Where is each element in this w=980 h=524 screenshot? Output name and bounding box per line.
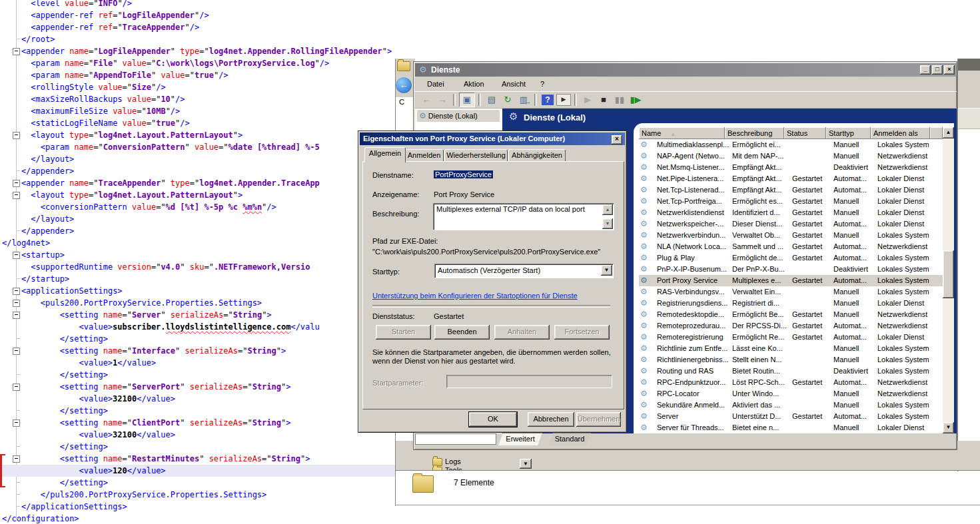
service-row[interactable]: ⚙Registrierungsdiens...Registriert di...… <box>639 298 943 309</box>
fortsetzen-button[interactable]: Fortsetzen <box>554 325 610 340</box>
fold-toggle-icon[interactable] <box>13 348 20 355</box>
cell: Automat... <box>833 321 876 331</box>
toolbar-back-icon[interactable]: ← <box>419 93 434 107</box>
dialog-close-button[interactable]: × <box>612 135 622 144</box>
toolbar-stop-service-icon[interactable]: ■ <box>596 93 611 107</box>
description-field[interactable]: Multiplexes external TCP/IP data on loca… <box>433 203 614 230</box>
tab-allgemein[interactable]: Allgemein <box>364 147 406 162</box>
column-header-starttyp[interactable]: Starttyp <box>826 127 871 139</box>
service-row[interactable]: ⚙RPC-Endpunktzuor...Löst RPC-Sch...Gesta… <box>639 377 943 388</box>
dialog-titlebar[interactable]: Eigenschaften von Port Proxy Service (Lo… <box>360 132 625 145</box>
service-row[interactable]: ⚙Sekundäre Anmeld...Aktiviert das ...Man… <box>639 399 943 411</box>
service-row[interactable]: ⚙ServerUnterstützt D...GestartetAutomat.… <box>639 411 943 422</box>
scroll-up-button[interactable]: ▲ <box>943 127 954 138</box>
anhalten-button[interactable]: Anhalten <box>494 325 550 340</box>
column-header-status[interactable]: Status <box>784 127 826 139</box>
fold-toggle-icon[interactable] <box>13 48 20 55</box>
service-row[interactable]: ⚙Net.Pipe-Listenera...Empfängt Akt...Ges… <box>639 173 943 184</box>
service-row[interactable]: ⚙Multimediaklassenpl...Ermöglicht ei...M… <box>639 139 943 150</box>
tree-item-dienste-lokal[interactable]: ⚙Dienste (Lokal) <box>417 110 500 122</box>
toolbar-pause-service-icon[interactable]: ▮▮ <box>612 93 627 107</box>
service-row[interactable]: ⚙Port Proxy ServiceMultiplexes e...Gesta… <box>639 275 943 286</box>
service-row[interactable]: ⚙Net.Msmq-Listener...Empfängt Akt...Deak… <box>639 162 943 173</box>
list-scrollbar[interactable]: ▲ ▼ <box>943 127 954 433</box>
tree-dropdown-button[interactable]: ▼ <box>520 459 532 469</box>
tab-standard[interactable]: Standard <box>548 433 591 445</box>
toolbar-properties-icon[interactable]: ▤ <box>484 93 499 107</box>
toolbar-help-icon[interactable]: ? <box>542 95 554 105</box>
startup-type-select[interactable]: Automatisch (Verzögerter Start) ▼ <box>434 264 614 278</box>
minimize-button[interactable]: _ <box>920 65 931 75</box>
toolbar-start-service-icon[interactable]: ▶ <box>580 93 595 107</box>
fold-toggle-icon[interactable] <box>13 252 20 259</box>
menu-aktion[interactable]: Aktion <box>464 80 484 88</box>
column-header-anmelden-als[interactable]: Anmelden als <box>871 127 930 139</box>
service-row[interactable]: ⚙Server für Threads...Bietet eine n...Ma… <box>639 422 943 433</box>
chevron-down-icon[interactable]: ▼ <box>601 265 612 276</box>
tab-anmelden[interactable]: Anmelden <box>404 149 444 162</box>
service-row[interactable]: ⚙Routing und RASBietet Routin...Deaktivi… <box>639 366 943 377</box>
column-header-name[interactable]: Name▲ <box>639 127 725 139</box>
scroll-down-icon[interactable]: ▼ <box>602 218 613 229</box>
service-row[interactable]: ⚙Net.Tcp-Listenerad...Empfängt Akt...Ges… <box>639 184 943 196</box>
service-row[interactable]: ⚙Net.Tcp-Portfreiga...Ermöglicht es...Ge… <box>639 196 943 207</box>
ok-button[interactable]: OK <box>469 412 517 427</box>
services-titlebar[interactable]: ⚙ Dienste _ □ × <box>415 63 957 77</box>
starten-button[interactable]: Starten <box>376 325 431 340</box>
code-token: TraceAppender <box>98 178 161 188</box>
startup-options-help-link[interactable]: Unterstützung beim Konfigurieren der Sta… <box>372 292 578 300</box>
fold-toggle-icon[interactable] <box>13 300 20 307</box>
fold-toggle-icon[interactable] <box>13 455 20 463</box>
abbrechen-button[interactable]: Abbrechen <box>528 412 574 427</box>
toolbar-extended-view-icon[interactable]: ▶ <box>556 94 571 106</box>
service-row[interactable]: ⚙RAS-Verbindungsv...Verwaltet Ein...Manu… <box>639 286 943 298</box>
toolbar-refresh-icon[interactable]: ↻ <box>500 93 515 107</box>
toolbar-show-console-tree-icon[interactable]: ▣ <box>459 93 475 107</box>
tab-erweitert[interactable]: Erweitert <box>498 433 542 445</box>
service-row[interactable]: ⚙Remoteprozedurau...Der RPCSS-Di...Gesta… <box>639 320 943 332</box>
service-row[interactable]: ⚙NLA (Network Loca...Sammelt und ...Gest… <box>639 241 943 252</box>
scroll-down-button[interactable]: ▼ <box>943 422 954 433</box>
service-row[interactable]: ⚙NetzwerklistendienstIdentifiziert d...G… <box>639 207 943 218</box>
code-token: =" <box>89 47 98 56</box>
start-params-input[interactable] <box>446 375 612 388</box>
maximize-button[interactable]: □ <box>932 65 943 75</box>
service-row[interactable]: ⚙NAP-Agent (Netwo...Mit dem NAP-...Manue… <box>639 150 943 162</box>
fold-toggle-icon[interactable] <box>13 180 20 187</box>
fold-toggle-icon[interactable] <box>13 384 20 391</box>
service-row[interactable]: ⚙Plug & PlayErmöglicht de...GestartetAut… <box>639 252 943 264</box>
service-row[interactable]: ⚙RPC-LocatorUnter Windo...ManuellNetzwer… <box>639 388 943 399</box>
tab-wiederherstellung[interactable]: Wiederherstellung <box>444 149 508 162</box>
explorer-back-button[interactable]: ← <box>396 77 412 93</box>
fold-toggle-icon[interactable] <box>13 288 20 295</box>
fold-toggle-icon[interactable] <box>13 192 20 199</box>
toolbar-export-list-icon[interactable]: ▥→ <box>516 93 531 107</box>
service-row[interactable]: ⚙PnP-X-IP-Busenum...Der PnP-X-Bu...Deakt… <box>639 264 943 275</box>
fold-toggle-icon[interactable] <box>13 132 20 139</box>
ubernehmen-button[interactable]: Übernehmen <box>576 412 621 427</box>
scroll-up-icon[interactable]: ▲ <box>602 204 613 215</box>
cell: Lokaler Dienst <box>877 174 941 184</box>
toolbar-restart-service-icon[interactable]: ▮▶ <box>628 93 643 107</box>
menu-help[interactable]: ? <box>540 80 544 88</box>
tab-abhängigkeiten[interactable]: Abhängigkeiten <box>508 149 566 162</box>
menu-ansicht[interactable]: Ansicht <box>502 80 526 88</box>
service-row[interactable]: ⚙Richtlinienergebniss...Stellt einen N..… <box>639 354 943 366</box>
menu-datei[interactable]: Datei <box>427 80 444 88</box>
service-row[interactable]: ⚙Richtlinie zum Entfe...Lässt eine Ko...… <box>639 343 943 354</box>
scroll-thumb[interactable] <box>943 250 954 298</box>
service-row[interactable]: ⚙Netzwerkverbindun...Verwaltet Ob...Gest… <box>639 230 943 241</box>
service-row[interactable]: ⚙Remotedesktopdie...Ermöglicht Be...Gest… <box>639 309 943 320</box>
code-token: String <box>252 382 281 392</box>
tree-item-logs[interactable]: Logs <box>445 457 461 465</box>
service-row[interactable]: ⚙Netzwerkspeicher-...Dieser Dienst...Ges… <box>639 218 943 230</box>
close-button[interactable]: × <box>944 65 955 75</box>
column-header-beschreibung[interactable]: Beschreibung <box>725 127 784 139</box>
service-row[interactable]: ⚙RemoteregistrierungErmöglicht Re...Gest… <box>639 332 943 343</box>
beenden-button[interactable]: Beenden <box>434 325 490 340</box>
toolbar-forward-icon[interactable]: → <box>435 93 450 107</box>
fold-toggle-icon[interactable] <box>13 419 20 427</box>
code-token: name <box>74 142 93 152</box>
fold-toggle-icon[interactable] <box>13 312 20 319</box>
description-label: Beschreibung: <box>372 210 419 218</box>
